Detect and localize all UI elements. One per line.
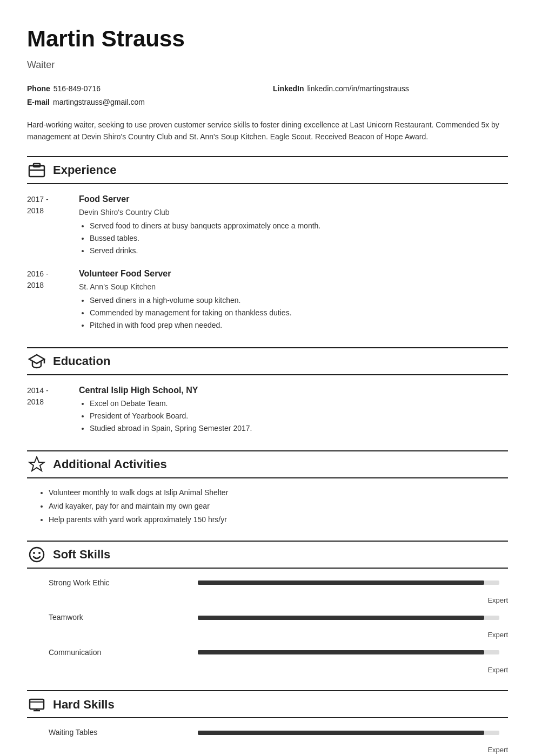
skill-bar-fill bbox=[198, 650, 484, 654]
list-item: President of Yearbook Board. bbox=[90, 410, 508, 422]
education-entries: 2014 -2018 Central Islip High School, NY… bbox=[27, 384, 508, 435]
soft-skills-list: Strong Work Ethic Expert Teamwork bbox=[27, 577, 508, 676]
svg-rect-9 bbox=[30, 699, 44, 709]
linkedin-item: LinkedInlinkedin.com/in/martingstrauss bbox=[273, 83, 508, 94]
skill-group: Teamwork Expert bbox=[27, 612, 508, 640]
job-title: Waiter bbox=[27, 58, 508, 72]
skill-row: Waiting Tables bbox=[27, 727, 508, 738]
list-item: Commended by management for taking on th… bbox=[90, 307, 508, 319]
activities-section: Additional Activities Volunteer monthly … bbox=[27, 450, 508, 525]
hard-skills-icon bbox=[27, 694, 46, 714]
skill-name: Teamwork bbox=[27, 612, 189, 623]
soft-skills-section: Soft Skills Strong Work Ethic Expert Tea… bbox=[27, 541, 508, 676]
list-item: Volunteer monthly to walk dogs at Islip … bbox=[49, 487, 508, 498]
entry-title: Food Server bbox=[79, 193, 508, 206]
experience-title: Experience bbox=[53, 161, 116, 179]
activities-icon bbox=[27, 455, 46, 474]
skill-group: Waiting Tables Expert bbox=[27, 727, 508, 755]
education-entry: 2014 -2018 Central Islip High School, NY… bbox=[27, 384, 508, 435]
email-value: martingstrauss@gmail.com bbox=[53, 98, 145, 106]
skill-level-row: Expert bbox=[27, 594, 508, 606]
summary-text: Hard-working waiter, seeking to use prov… bbox=[27, 119, 508, 143]
soft-skills-title: Soft Skills bbox=[53, 545, 110, 563]
list-item: Pitched in with food prep when needed. bbox=[90, 320, 508, 331]
email-label: E-mail bbox=[27, 98, 50, 106]
list-item: Served drinks. bbox=[90, 245, 508, 256]
entry-org: St. Ann's Soup Kitchen bbox=[79, 281, 508, 293]
education-section: Education 2014 -2018 Central Islip High … bbox=[27, 347, 508, 435]
education-header: Education bbox=[27, 347, 508, 375]
email-item: E-mailmartingstrauss@gmail.com bbox=[27, 97, 262, 108]
skill-bar-container bbox=[198, 580, 499, 585]
entry-bullets: Served diners in a high-volume soup kitc… bbox=[79, 295, 508, 331]
skill-level-row: Expert bbox=[27, 629, 508, 640]
skill-level-row: Expert bbox=[27, 744, 508, 755]
skill-name: Communication bbox=[27, 647, 189, 658]
skill-bar-fill bbox=[198, 731, 484, 735]
skill-bar-container bbox=[198, 650, 499, 654]
svg-point-8 bbox=[38, 552, 41, 554]
soft-skills-header: Soft Skills bbox=[27, 541, 508, 569]
list-item: Avid kayaker, pay for and maintain my ow… bbox=[49, 501, 508, 512]
linkedin-label: LinkedIn bbox=[273, 84, 304, 93]
resume-header: Martin Strauss Waiter bbox=[27, 22, 508, 72]
phone-item: Phone516-849-0716 bbox=[27, 83, 262, 94]
experience-entry: 2016 -2018 Volunteer Food Server St. Ann… bbox=[27, 267, 508, 332]
entry-bullets: Served food to diners at busy banquets a… bbox=[79, 220, 508, 256]
skill-level: Expert bbox=[487, 630, 508, 640]
skill-name: Strong Work Ethic bbox=[27, 577, 189, 589]
skill-level-row: Expert bbox=[27, 664, 508, 676]
svg-marker-5 bbox=[29, 457, 44, 471]
entry-date: 2017 -2018 bbox=[27, 193, 70, 258]
phone-label: Phone bbox=[27, 84, 50, 93]
activities-list: Volunteer monthly to walk dogs at Islip … bbox=[27, 487, 508, 525]
skill-bar-container bbox=[198, 616, 499, 620]
phone-value: 516-849-0716 bbox=[54, 84, 101, 93]
skill-level: Expert bbox=[487, 745, 508, 755]
skill-level: Expert bbox=[487, 665, 508, 676]
skill-group: Communication Expert bbox=[27, 647, 508, 676]
entry-body: Volunteer Food Server St. Ann's Soup Kit… bbox=[79, 267, 508, 332]
hard-skills-list: Waiting Tables Expert Restocking bbox=[27, 727, 508, 756]
skill-bar-fill bbox=[198, 580, 484, 585]
entry-org: Devin Shiro's Country Club bbox=[79, 207, 508, 218]
education-title: Education bbox=[53, 352, 110, 370]
education-icon bbox=[27, 352, 46, 371]
contact-section: Phone516-849-0716 LinkedInlinkedin.com/i… bbox=[27, 83, 508, 108]
list-item: Studied abroad in Spain, Spring Semester… bbox=[90, 423, 508, 434]
list-item: Served food to diners at busy banquets a… bbox=[90, 220, 508, 232]
entry-date: 2016 -2018 bbox=[27, 267, 70, 332]
skill-row: Strong Work Ethic bbox=[27, 577, 508, 589]
list-item: Bussed tables. bbox=[90, 233, 508, 244]
experience-entry: 2017 -2018 Food Server Devin Shiro's Cou… bbox=[27, 193, 508, 258]
svg-point-7 bbox=[33, 552, 35, 554]
soft-skills-icon bbox=[27, 545, 46, 564]
svg-marker-3 bbox=[29, 355, 44, 363]
hard-skills-section: Hard Skills Waiting Tables Expert Restoc… bbox=[27, 690, 508, 756]
activities-header: Additional Activities bbox=[27, 450, 508, 478]
experience-icon bbox=[27, 160, 46, 180]
linkedin-value: linkedin.com/in/martingstrauss bbox=[307, 84, 409, 93]
skill-level: Expert bbox=[487, 595, 508, 606]
skill-bar-container bbox=[198, 731, 499, 735]
entry-title: Volunteer Food Server bbox=[79, 267, 508, 280]
list-item: Served diners in a high-volume soup kitc… bbox=[90, 295, 508, 306]
list-item: Help parents with yard work approximatel… bbox=[49, 514, 508, 525]
hard-skills-header: Hard Skills bbox=[27, 690, 508, 718]
activities-title: Additional Activities bbox=[53, 455, 167, 473]
entry-bullets: Excel on Debate Team.President of Yearbo… bbox=[79, 398, 508, 434]
experience-entries: 2017 -2018 Food Server Devin Shiro's Cou… bbox=[27, 193, 508, 332]
skill-bar-fill bbox=[198, 616, 484, 620]
entry-body: Food Server Devin Shiro's Country Club S… bbox=[79, 193, 508, 258]
skill-group: Strong Work Ethic Expert bbox=[27, 577, 508, 606]
entry-title: Central Islip High School, NY bbox=[79, 384, 508, 397]
skill-row: Communication bbox=[27, 647, 508, 658]
svg-point-6 bbox=[30, 548, 44, 562]
experience-section: Experience 2017 -2018 Food Server Devin … bbox=[27, 156, 508, 332]
experience-header: Experience bbox=[27, 156, 508, 184]
skill-row: Teamwork bbox=[27, 612, 508, 623]
entry-date: 2014 -2018 bbox=[27, 384, 70, 435]
hard-skills-title: Hard Skills bbox=[53, 696, 115, 713]
list-item: Excel on Debate Team. bbox=[90, 398, 508, 409]
entry-body: Central Islip High School, NY Excel on D… bbox=[79, 384, 508, 435]
